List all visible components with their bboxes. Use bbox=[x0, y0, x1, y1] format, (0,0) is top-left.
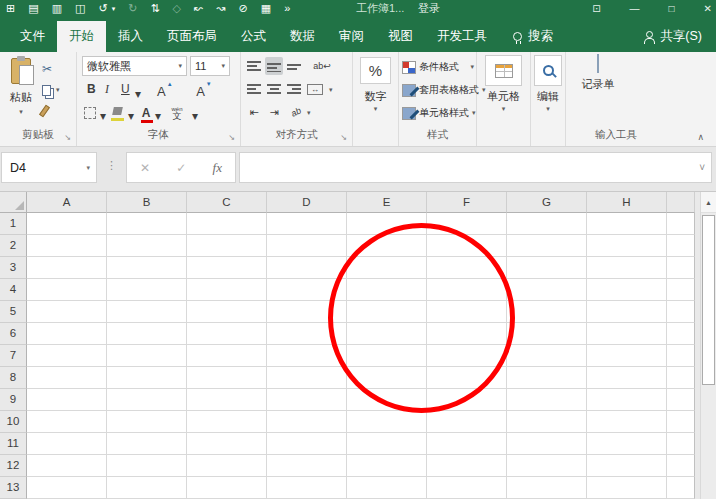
cell-H1[interactable] bbox=[587, 213, 667, 235]
row-header-2[interactable]: 2 bbox=[0, 235, 27, 257]
chevron-down-icon[interactable]: ▾ bbox=[192, 109, 198, 123]
单元格样式-button[interactable]: 单元格样式▾ bbox=[402, 104, 474, 122]
record-form-button[interactable]: 记录单 bbox=[572, 55, 624, 115]
font-color-button[interactable]: A bbox=[137, 104, 155, 122]
cell-H2[interactable] bbox=[587, 235, 667, 257]
scrollbar-thumb[interactable] bbox=[702, 215, 715, 385]
cell-C4[interactable] bbox=[187, 279, 267, 301]
cell-G13[interactable] bbox=[507, 477, 587, 499]
underline-button[interactable]: U bbox=[121, 82, 130, 96]
cell-A4[interactable] bbox=[27, 279, 107, 301]
macro-stop-icon[interactable]: ⊘ bbox=[239, 1, 248, 14]
chevron-down-icon[interactable]: ▾ bbox=[4, 108, 38, 116]
cell-partial-3[interactable] bbox=[667, 257, 695, 279]
share-button[interactable]: 共享(S) bbox=[643, 21, 702, 52]
cell-E11[interactable] bbox=[347, 433, 427, 455]
chevron-down-icon[interactable]: ▾ bbox=[353, 105, 398, 113]
cell-G3[interactable] bbox=[507, 257, 587, 279]
cell-D13[interactable] bbox=[267, 477, 347, 499]
cell-F12[interactable] bbox=[427, 455, 507, 477]
cancel-icon[interactable]: ✕ bbox=[140, 161, 150, 175]
macro-run-icon[interactable]: ↝ bbox=[216, 1, 225, 14]
row-header-6[interactable]: 6 bbox=[0, 323, 27, 345]
row-header-8[interactable]: 8 bbox=[0, 367, 27, 389]
insert-function-icon[interactable]: fx bbox=[213, 160, 222, 176]
row-header-10[interactable]: 10 bbox=[0, 411, 27, 433]
chevron-down-icon[interactable]: ▾ bbox=[221, 62, 225, 70]
cell-F13[interactable] bbox=[427, 477, 507, 499]
bold-button[interactable]: B bbox=[87, 82, 96, 96]
align-center-button[interactable] bbox=[265, 80, 283, 98]
decrease-indent-button[interactable]: ⇤ bbox=[245, 103, 263, 121]
form-tool-icon[interactable]: ▦ bbox=[261, 1, 271, 14]
decrease-font-size-button[interactable]: A▼ bbox=[196, 84, 205, 99]
chevron-down-icon[interactable]: ▾ bbox=[100, 109, 106, 123]
column-header-partial[interactable] bbox=[667, 192, 695, 213]
cell-H12[interactable] bbox=[587, 455, 667, 477]
undo-icon[interactable]: ↺ bbox=[98, 1, 107, 14]
cell-partial-9[interactable] bbox=[667, 389, 695, 411]
cell-C11[interactable] bbox=[187, 433, 267, 455]
cell-A10[interactable] bbox=[27, 411, 107, 433]
cell-C3[interactable] bbox=[187, 257, 267, 279]
row-header-5[interactable]: 5 bbox=[0, 301, 27, 323]
cell-B11[interactable] bbox=[107, 433, 187, 455]
chevron-down-icon[interactable]: ▾ bbox=[531, 105, 565, 113]
vertical-scrollbar[interactable]: ▲ bbox=[700, 192, 716, 499]
tab-数据[interactable]: 数据 bbox=[278, 21, 327, 52]
cell-H9[interactable] bbox=[587, 389, 667, 411]
save-icon[interactable]: ▤ bbox=[28, 1, 38, 14]
cell-C5[interactable] bbox=[187, 301, 267, 323]
cell-H7[interactable] bbox=[587, 345, 667, 367]
editing-button[interactable] bbox=[534, 55, 562, 86]
align-right-button[interactable] bbox=[285, 80, 303, 98]
cell-A8[interactable] bbox=[27, 367, 107, 389]
cell-C13[interactable] bbox=[187, 477, 267, 499]
column-header-B[interactable]: B bbox=[107, 192, 187, 213]
cell-A2[interactable] bbox=[27, 235, 107, 257]
italic-button[interactable]: I bbox=[105, 82, 109, 97]
cell-D11[interactable] bbox=[267, 433, 347, 455]
chevron-down-icon[interactable]: ▾ bbox=[470, 63, 474, 71]
dialog-launcher-icon[interactable]: ↘ bbox=[228, 133, 235, 142]
tab-公式[interactable]: 公式 bbox=[229, 21, 278, 52]
formula-bar-drag-handle[interactable]: ⋮ bbox=[106, 159, 116, 172]
top-align-button[interactable] bbox=[245, 57, 263, 75]
minimize-button[interactable]: — bbox=[630, 2, 640, 14]
column-header-A[interactable]: A bbox=[27, 192, 107, 213]
cell-partial-11[interactable] bbox=[667, 433, 695, 455]
cell-G1[interactable] bbox=[507, 213, 587, 235]
cell-H3[interactable] bbox=[587, 257, 667, 279]
tell-me-search[interactable]: 搜索 bbox=[513, 21, 553, 52]
redo-icon[interactable]: ↻ bbox=[128, 1, 137, 14]
row-header-4[interactable]: 4 bbox=[0, 279, 27, 301]
chevron-down-icon[interactable]: ▾ bbox=[329, 86, 333, 94]
cell-H8[interactable] bbox=[587, 367, 667, 389]
cell-A6[interactable] bbox=[27, 323, 107, 345]
middle-align-button[interactable] bbox=[265, 57, 283, 75]
cell-A9[interactable] bbox=[27, 389, 107, 411]
cell-D2[interactable] bbox=[267, 235, 347, 257]
cell-G10[interactable] bbox=[507, 411, 587, 433]
close-button[interactable]: ✕ bbox=[704, 2, 712, 14]
cell-A5[interactable] bbox=[27, 301, 107, 323]
cell-G8[interactable] bbox=[507, 367, 587, 389]
orientation-button[interactable]: ab bbox=[287, 103, 305, 121]
cell-partial-2[interactable] bbox=[667, 235, 695, 257]
fill-color-button[interactable] bbox=[109, 104, 127, 122]
cell-G9[interactable] bbox=[507, 389, 587, 411]
cells-button[interactable] bbox=[485, 55, 522, 86]
cell-A12[interactable] bbox=[27, 455, 107, 477]
paste-button[interactable]: 粘贴 ▾ bbox=[4, 56, 38, 122]
row-header-13[interactable]: 13 bbox=[0, 477, 27, 499]
cell-partial-10[interactable] bbox=[667, 411, 695, 433]
cell-partial-7[interactable] bbox=[667, 345, 695, 367]
cell-H13[interactable] bbox=[587, 477, 667, 499]
cell-C12[interactable] bbox=[187, 455, 267, 477]
cell-B5[interactable] bbox=[107, 301, 187, 323]
tab-文件[interactable]: 文件 bbox=[8, 21, 57, 52]
phonetic-guide-button[interactable]: wén文 bbox=[165, 104, 189, 122]
column-header-D[interactable]: D bbox=[267, 192, 347, 213]
collapse-ribbon-button[interactable]: ∧ bbox=[697, 132, 704, 142]
cell-D9[interactable] bbox=[267, 389, 347, 411]
